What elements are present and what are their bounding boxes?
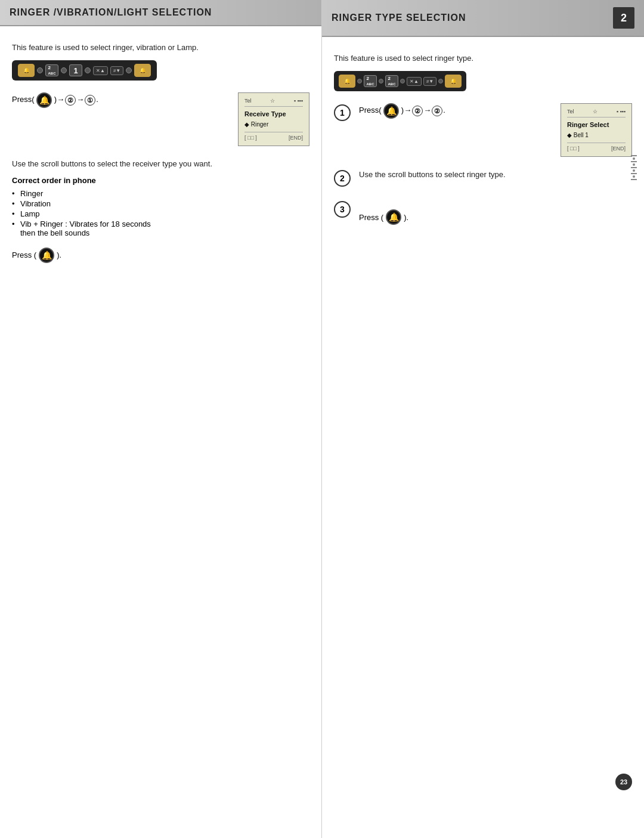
right-step2-text: Use the scroll buttons to select ringer …	[359, 169, 632, 181]
phone-key-main[interactable]: 🔔	[18, 64, 35, 77]
left-lcd-header: Tel ☆ ▪ ▪▪▪	[244, 97, 303, 107]
right-lcd-footer-right: [END]	[611, 144, 626, 153]
right-step3-press-label: Press (	[359, 213, 383, 222]
right-key-2abc[interactable]: 2ABC	[364, 75, 377, 87]
left-press-final-end: ).	[57, 251, 61, 259]
left-lcd-bars: ▪ ▪▪▪	[294, 97, 303, 105]
right-step3-bell[interactable]: 🔔	[386, 209, 401, 225]
right-section: RINGER TYPE SELECTION 2 This feature is …	[322, 0, 644, 838]
right-lcd-item: ◆ Bell 1	[567, 131, 626, 140]
key-xa[interactable]: ✕▲	[93, 66, 108, 75]
side-dash-2	[631, 161, 637, 162]
left-section-header: RINGER /VIBRATION/LIGHT SELECTION	[0, 0, 321, 26]
left-press-final: Press ( 🔔 ).	[12, 248, 309, 263]
left-correct-order: Correct order in phone Ringer Vibration …	[12, 176, 309, 238]
left-lcd-display: Tel ☆ ▪ ▪▪▪ Receive Type ◆ Ringer [ □□ ]…	[238, 92, 309, 146]
right-step2-content: Use the scroll buttons to select ringer …	[359, 169, 632, 181]
left-lcd-tel: Tel	[244, 97, 252, 105]
key-1-label: 1	[73, 66, 78, 75]
right-lcd-footer: [ □□ ] [END]	[567, 143, 626, 153]
right-section-content: This feature is used to select ringer ty…	[322, 48, 644, 244]
side-dot-2	[633, 163, 635, 166]
right-feature-desc: This feature is used to select ringer ty…	[334, 54, 632, 63]
right-step3-press: Press ( 🔔 ).	[359, 209, 632, 225]
left-section-content: This feature is used to select ringer, v…	[0, 37, 321, 269]
right-step1-num: 1	[340, 108, 345, 117]
key-hash-y[interactable]: #▼	[110, 66, 123, 75]
left-section-title: RINGER /VIBRATION/LIGHT SELECTION	[10, 7, 212, 18]
key-xa-label: ✕▲	[96, 68, 105, 73]
left-correct-order-list: Ringer Vibration Lamp Vib + Ringer : Vib…	[12, 188, 309, 238]
right-key-hash-y-label: #▼	[426, 79, 434, 84]
side-dot-4	[633, 175, 635, 178]
right-key-2abc-label: 2ABC	[367, 76, 374, 86]
right-step1-circle: 1	[334, 104, 351, 121]
right-step2-num: 2	[340, 174, 345, 183]
right-step1-content: Press( 🔔 )→②→②.	[359, 103, 552, 119]
right-key-dot-3	[400, 79, 405, 84]
left-bell-icon[interactable]: 🔔	[36, 92, 52, 108]
left-lcd-title: Receive Type	[244, 109, 303, 120]
right-key-hash-y[interactable]: #▼	[423, 77, 436, 86]
right-step2-circle: 2	[334, 170, 351, 187]
key-dot-3	[85, 67, 91, 73]
side-decoration	[628, 155, 639, 180]
side-dot-1	[633, 157, 635, 160]
right-step1-arrow: )→②→②.	[401, 106, 445, 115]
right-key-bell-end-icon: 🔔	[450, 78, 457, 84]
list-item: Vib + Ringer : Vibrates for 18 secondsth…	[12, 219, 309, 238]
left-step-press: Press( 🔔 )→②→①. Tel ☆ ▪ ▪▪▪ Receive Type…	[12, 92, 309, 146]
right-step1-bell[interactable]: 🔔	[383, 103, 399, 119]
right-lcd-star: ☆	[593, 107, 597, 116]
side-dash-4	[631, 173, 637, 174]
right-step3-press-end: ).	[404, 213, 408, 222]
right-step3-row: 3 Press ( 🔔 ).	[334, 200, 632, 225]
right-key-dot-1	[357, 79, 362, 84]
key-bell-end[interactable]: 🔔	[134, 64, 151, 77]
left-lcd-star: ☆	[270, 97, 275, 105]
right-phone-key-main[interactable]: 🔔	[339, 75, 355, 88]
list-item: Lamp	[12, 209, 309, 219]
right-key-bell-end[interactable]: 🔔	[445, 75, 462, 88]
key-hash-y-label: #▼	[113, 68, 120, 73]
right-step1-press-label: Press(	[359, 106, 382, 115]
key-2abc[interactable]: 2ABC	[45, 64, 58, 76]
side-dash-3	[631, 167, 637, 168]
right-section-header: RINGER TYPE SELECTION 2	[322, 0, 644, 37]
side-dash-1	[631, 155, 637, 156]
right-phone-key-row: 🔔 2ABC 2ABC ✕▲ #▼ 🔔	[334, 71, 466, 91]
left-step-press-text: Press( 🔔 )→②→①.	[12, 92, 230, 108]
right-step3-content: Press ( 🔔 ).	[359, 200, 632, 225]
left-lcd-item: ◆ Ringer	[244, 120, 303, 129]
list-item: Vibration	[12, 199, 309, 209]
right-lcd-bars: ▪ ▪▪▪	[617, 107, 626, 116]
left-lcd-footer: [ □□ ] [END]	[244, 132, 303, 142]
right-key-2abc-2[interactable]: 2ABC	[385, 75, 398, 87]
right-lcd-display: Tel ☆ ▪ ▪▪▪ Ringer Select ◆ Bell 1 [ □□ …	[561, 103, 632, 157]
right-lcd-footer-left: [ □□ ]	[567, 144, 580, 153]
left-feature-desc: This feature is used to select ringer, v…	[12, 43, 309, 52]
key-dot-4	[126, 67, 132, 73]
right-lcd-header: Tel ☆ ▪ ▪▪▪	[567, 107, 626, 117]
right-lcd-title: Ringer Select	[567, 120, 626, 131]
left-press-final-label: Press (	[12, 251, 36, 259]
key-dot-2	[61, 67, 67, 73]
left-phone-key-row: 🔔 2ABC 1 ✕▲ #▼ 🔔	[12, 60, 157, 81]
left-step2-row: Use the scroll buttons to select the rec…	[12, 158, 309, 170]
right-page-num-badge: 2	[613, 7, 634, 29]
side-dot-3	[633, 169, 635, 172]
right-step2-row: 2 Use the scroll buttons to select ringe…	[334, 169, 632, 187]
right-step1: 1 Press( 🔔 )→②→②. Tel ☆ ▪ ▪▪▪ Ringer	[334, 103, 632, 157]
left-press-arrow: )→②→①.	[54, 95, 98, 104]
key-1[interactable]: 1	[69, 64, 82, 76]
left-lcd-footer-left: [ □□ ]	[244, 134, 257, 142]
right-key-xa[interactable]: ✕▲	[407, 77, 422, 86]
right-step3-circle: 3	[334, 201, 351, 218]
right-key-dot-2	[379, 79, 383, 84]
right-step3-num: 3	[340, 205, 345, 214]
left-press-final-bell[interactable]: 🔔	[39, 248, 54, 263]
left-lcd-footer-right: [END]	[289, 134, 303, 142]
key-bell-end-icon: 🔔	[140, 67, 146, 73]
left-press-sequence: Press( 🔔 )→②→①.	[12, 92, 230, 108]
key-dot-1	[37, 67, 43, 73]
